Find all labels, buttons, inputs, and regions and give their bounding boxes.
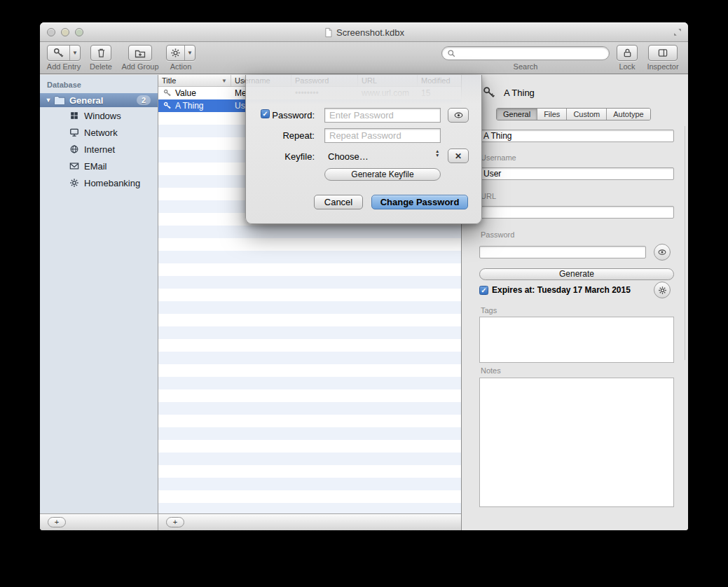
expires-checkbox[interactable]: ✓ [479, 286, 488, 295]
key-icon [163, 102, 172, 110]
add-group-button[interactable] [128, 45, 152, 61]
gear-icon [167, 46, 184, 60]
trash-icon [96, 48, 107, 58]
tab-custom[interactable]: Custom [567, 109, 607, 120]
sort-indicator-icon: ▼ [221, 78, 227, 84]
inspector-tabs: General Files Custom Autotype [496, 108, 651, 120]
inspector-panel-icon [657, 48, 668, 58]
network-icon [69, 127, 79, 137]
lock-icon [622, 48, 633, 58]
add-entry-label: Add Entry [43, 62, 85, 71]
repeat-input[interactable] [324, 128, 441, 143]
sidebar: Database ▼ General 2 Windows [40, 75, 158, 513]
tags-label: Tags [481, 306, 497, 315]
username-label: Username [481, 153, 516, 162]
sidebar-item-windows[interactable]: Windows [40, 107, 158, 124]
chevron-down-icon[interactable]: ▼ [184, 46, 195, 60]
folder-icon [54, 96, 65, 105]
tab-general[interactable]: General [497, 109, 537, 120]
show-password-button[interactable] [654, 244, 671, 261]
change-password-button[interactable]: Change Password [371, 195, 468, 209]
sidebar-bottom-bar: + [40, 513, 158, 530]
desktop: Screenshot.kdbx ▼ Add Entry Delete [0, 0, 728, 587]
fullscreen-icon[interactable] [673, 27, 682, 37]
search-input[interactable] [459, 48, 604, 58]
minimize-button[interactable] [61, 28, 69, 36]
password-label: Password: [267, 110, 315, 120]
eye-icon [453, 110, 464, 120]
delete-button[interactable] [90, 45, 111, 61]
scrollbar-track[interactable] [685, 126, 685, 360]
search-icon [447, 49, 456, 58]
add-group-plus-button[interactable]: + [48, 517, 66, 527]
clear-keyfile-button[interactable]: ✕ [448, 149, 469, 163]
tags-field[interactable] [479, 317, 674, 363]
title-field[interactable] [479, 130, 674, 142]
entry-list-bottom-bar: + [158, 513, 461, 530]
app-window: Screenshot.kdbx ▼ Add Entry Delete [40, 22, 688, 530]
window-title: Screenshot.kdbx [40, 22, 688, 42]
search-field[interactable] [441, 46, 610, 60]
sidebar-item-label: General [69, 95, 103, 106]
close-icon: ✕ [455, 151, 462, 161]
cancel-button[interactable]: Cancel [314, 195, 363, 209]
entry-title: Value [175, 88, 196, 98]
sidebar-item-network[interactable]: Network [40, 124, 158, 141]
key-icon [48, 46, 69, 60]
notes-field[interactable] [479, 378, 674, 507]
sidebar-item-label: Windows [84, 111, 121, 121]
column-header-title[interactable]: Title ▼ [158, 75, 231, 86]
chevron-down-icon[interactable]: ▼ [69, 46, 80, 60]
sidebar-item-label: EMail [84, 161, 107, 172]
popup-stepper-icon[interactable]: ▲▼ [435, 149, 439, 158]
keyfile-label: Keyfile: [267, 151, 315, 162]
sidebar-item-label: Internet [84, 144, 115, 155]
url-field[interactable] [479, 206, 674, 219]
sidebar-item-email[interactable]: EMail [40, 158, 158, 174]
titlebar: Screenshot.kdbx [40, 22, 688, 42]
sidebar-item-homebanking[interactable]: Homebanking [40, 174, 158, 191]
sidebar-item-general[interactable]: ▼ General 2 [40, 93, 158, 107]
envelope-icon [69, 161, 79, 171]
sidebar-item-label: Homebanking [84, 178, 140, 188]
document-icon [324, 27, 333, 38]
key-icon [483, 86, 496, 99]
action-label: Action [163, 62, 198, 71]
action-button[interactable]: ▼ [166, 45, 195, 61]
disclosure-triangle-icon[interactable]: ▼ [43, 97, 54, 104]
add-entry-button[interactable]: ▼ [47, 45, 81, 61]
internet-globe-icon [69, 144, 79, 154]
show-password-button[interactable] [448, 108, 469, 123]
folder-plus-icon [135, 48, 146, 59]
close-button[interactable] [47, 28, 55, 36]
expires-row: ✓ Expires at: Tuesday 17 March 2015 [479, 285, 631, 295]
notes-label: Notes [481, 366, 501, 375]
generate-password-button[interactable]: Generate [479, 268, 674, 280]
tab-files[interactable]: Files [537, 109, 567, 120]
add-entry-plus-button[interactable]: + [166, 517, 184, 527]
inspector-panel: A Thing General Files Custom Autotype Us… [461, 75, 688, 530]
toolbar: ▼ Add Entry Delete Add Group ▼ [40, 42, 688, 74]
gear-icon [69, 178, 79, 188]
sidebar-item-label: Network [84, 127, 118, 138]
password-field[interactable] [479, 246, 646, 258]
username-field[interactable] [479, 167, 674, 180]
password-label: Password [481, 230, 514, 239]
expires-settings-button[interactable] [654, 282, 671, 298]
keyfile-popup[interactable]: Choose… [328, 151, 369, 162]
add-group-label: Add Group [121, 62, 159, 71]
inspector-button[interactable] [648, 45, 678, 61]
inspector-entry-title: A Thing [504, 88, 535, 98]
generate-keyfile-button[interactable]: Generate Keyfile [324, 168, 441, 181]
sidebar-item-internet[interactable]: Internet [40, 141, 158, 158]
entry-count-badge: 2 [137, 95, 151, 105]
zoom-button[interactable] [75, 28, 83, 36]
tab-autotype[interactable]: Autotype [607, 109, 650, 120]
traffic-lights [47, 28, 83, 36]
password-input[interactable] [324, 108, 441, 123]
repeat-label: Repeat: [267, 130, 315, 141]
delete-label: Delete [83, 62, 118, 71]
url-label: URL [481, 192, 496, 200]
change-password-sheet: ✓ Password: Repeat: Keyfile: Choose… ▲▼ … [245, 75, 482, 224]
lock-button[interactable] [617, 45, 638, 61]
